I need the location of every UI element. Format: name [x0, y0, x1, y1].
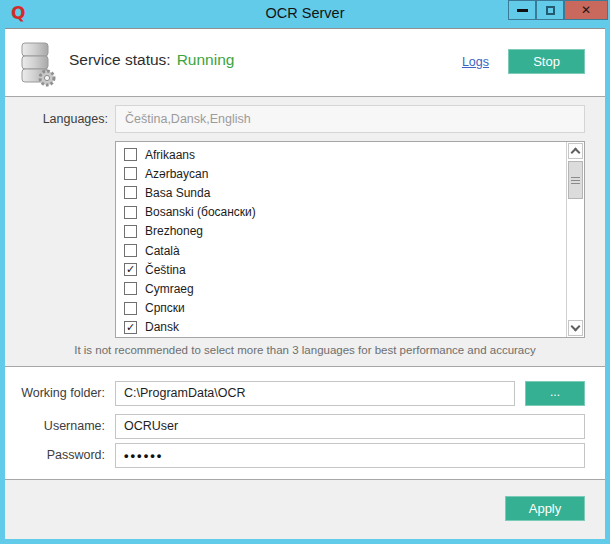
language-row[interactable]: ✓Dansk: [116, 318, 566, 337]
close-icon: ✕: [581, 3, 591, 17]
language-row[interactable]: Brezhoneg: [116, 222, 566, 241]
chevron-up-icon: [571, 148, 581, 158]
working-folder-label: Working folder:: [5, 386, 105, 400]
language-label: Dansk: [145, 320, 179, 334]
settings-section: Working folder: C:\ProgramData\OCR ... U…: [5, 367, 605, 479]
server-gear-icon: [20, 41, 58, 87]
maximize-button[interactable]: [536, 0, 564, 20]
language-row[interactable]: Azərbaycan: [116, 164, 566, 183]
password-label: Password:: [5, 448, 105, 462]
language-label: Српски: [145, 301, 185, 315]
language-row[interactable]: Deutsch: [116, 337, 566, 338]
language-checkbox[interactable]: [124, 244, 137, 257]
status-section: Service status:Running Logs Stop: [5, 29, 605, 96]
service-status: Service status:Running: [69, 51, 234, 69]
window-content: Service status:Running Logs Stop Languag…: [5, 28, 605, 538]
browse-button[interactable]: ...: [525, 381, 585, 406]
scrollbar[interactable]: [566, 142, 584, 337]
scroll-up-button[interactable]: [568, 143, 583, 159]
apply-button[interactable]: Apply: [505, 496, 585, 521]
language-row[interactable]: Bosanski (босански): [116, 203, 566, 222]
language-checkbox[interactable]: [124, 206, 137, 219]
minimize-icon: [517, 9, 528, 12]
language-row[interactable]: Afrikaans: [116, 145, 566, 164]
logs-link[interactable]: Logs: [462, 55, 489, 69]
language-checkbox[interactable]: [124, 167, 137, 180]
chevron-down-icon: [571, 322, 581, 332]
password-input[interactable]: ••••••: [115, 443, 585, 468]
languages-note: It is not recommended to select more tha…: [5, 344, 605, 356]
language-label: Afrikaans: [145, 148, 195, 162]
language-checkbox[interactable]: [124, 186, 137, 199]
footer-section: Apply: [5, 480, 605, 539]
language-checkbox[interactable]: ✓: [124, 263, 137, 276]
working-folder-input[interactable]: C:\ProgramData\OCR: [115, 381, 515, 406]
titlebar: Q OCR Server ✕: [0, 0, 610, 28]
scrollbar-thumb[interactable]: [568, 161, 583, 199]
minimize-button[interactable]: [508, 0, 536, 20]
stop-button[interactable]: Stop: [508, 49, 585, 74]
language-checkbox[interactable]: [124, 302, 137, 315]
languages-section: Languages: Čeština,Dansk,English Afrikaa…: [5, 97, 605, 366]
scrollbar-grip-icon: [571, 177, 580, 184]
language-row[interactable]: Català: [116, 241, 566, 260]
language-row[interactable]: Cymraeg: [116, 279, 566, 298]
language-row[interactable]: Српски: [116, 299, 566, 318]
language-checkbox[interactable]: [124, 225, 137, 238]
language-list: AfrikaansAzərbaycanBasa SundaBosanski (б…: [115, 141, 585, 338]
languages-label: Languages:: [5, 112, 108, 126]
language-label: Cymraeg: [145, 282, 194, 296]
language-label: Azərbaycan: [145, 167, 208, 181]
service-status-label: Service status:: [69, 51, 171, 68]
scroll-down-button[interactable]: [568, 320, 583, 336]
language-label: Čeština: [145, 263, 186, 277]
close-button[interactable]: ✕: [564, 0, 608, 20]
language-label: Brezhoneg: [145, 224, 203, 238]
language-rows: AfrikaansAzərbaycanBasa SundaBosanski (б…: [116, 145, 566, 338]
username-input[interactable]: OCRUser: [115, 414, 585, 439]
service-status-value: Running: [177, 51, 235, 68]
selected-languages-field[interactable]: Čeština,Dansk,English: [115, 105, 585, 133]
maximize-icon: [546, 6, 555, 15]
language-row[interactable]: ✓Čeština: [116, 260, 566, 279]
language-label: Basa Sunda: [145, 186, 210, 200]
language-checkbox[interactable]: ✓: [124, 321, 137, 334]
language-checkbox[interactable]: [124, 282, 137, 295]
language-label: Català: [145, 244, 180, 258]
language-row[interactable]: Basa Sunda: [116, 183, 566, 202]
language-label: Bosanski (босански): [145, 205, 256, 219]
username-label: Username:: [5, 419, 105, 433]
language-checkbox[interactable]: [124, 148, 137, 161]
